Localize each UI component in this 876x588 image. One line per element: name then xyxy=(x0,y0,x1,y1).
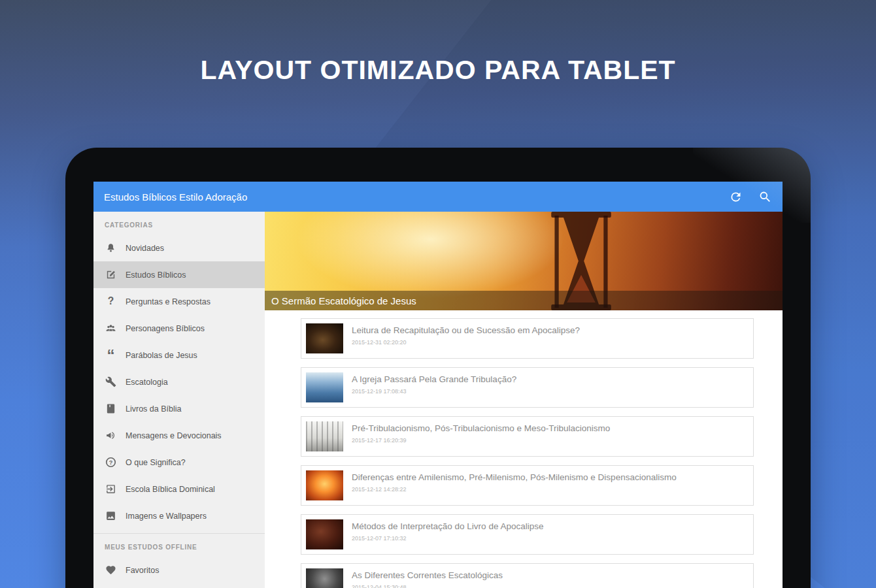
article-title: As Diferentes Correntes Escatológicas xyxy=(352,570,503,580)
quote-icon: “ xyxy=(105,350,116,361)
article-title: Diferenças entre Amilenismo, Pré-Milenis… xyxy=(352,472,677,482)
sidebar-item-parabolas-de-jesus[interactable]: “ Parábolas de Jesus xyxy=(93,342,265,368)
sidebar-item-label: Livros da Bíblia xyxy=(126,404,181,414)
question-icon: ? xyxy=(105,296,116,307)
article-text: Leitura de Recapitulação ou de Sucessão … xyxy=(352,323,580,346)
svg-text:?: ? xyxy=(109,459,113,466)
article-thumbnail xyxy=(306,323,343,353)
compose-icon xyxy=(105,269,116,280)
refresh-icon[interactable] xyxy=(729,190,743,204)
book-icon xyxy=(105,403,116,414)
app-body: CATEGORIAS Novidades Estudos Bíblicos ? … xyxy=(93,212,783,588)
sidebar-item-mensagens-e-devocionais[interactable]: Mensagens e Devocionais xyxy=(93,422,265,449)
featured-banner[interactable]: O Sermão Escatológico de Jesus xyxy=(265,212,783,310)
app-bar: Estudos Bíblicos Estilo Adoração xyxy=(93,182,783,212)
sidebar-item-label: Perguntas e Respostas xyxy=(126,297,211,306)
article-title: Pré-Tribulacionismo, Pós-Tribulacionismo… xyxy=(352,423,610,433)
article-date: 2015-12-07 17:10:32 xyxy=(352,535,543,542)
app-screen: Estudos Bíblicos Estilo Adoração CATEGOR… xyxy=(93,182,783,588)
app-bar-title: Estudos Bíblicos Estilo Adoração xyxy=(104,191,247,203)
megaphone-icon xyxy=(105,430,116,441)
article-thumbnail xyxy=(306,470,343,500)
wrench-icon xyxy=(105,376,116,387)
sidebar-item-label: Personagens Bíblicos xyxy=(126,324,205,333)
sidebar-item-label: Parábolas de Jesus xyxy=(126,351,197,360)
article-text: Métodos de Interpretação do Livro de Apo… xyxy=(352,519,543,542)
search-icon[interactable] xyxy=(758,190,772,204)
article-list-item[interactable]: As Diferentes Correntes Escatológicas 20… xyxy=(301,563,754,588)
article-date: 2015-12-12 14:28:22 xyxy=(352,486,677,493)
sidebar-item-label: Escatologia xyxy=(126,378,168,387)
article-thumbnail xyxy=(306,519,343,549)
article-thumbnail xyxy=(306,568,343,588)
sidebar-item-livros-da-biblia[interactable]: Livros da Bíblia xyxy=(93,395,265,422)
tablet-frame: Estudos Bíblicos Estilo Adoração CATEGOR… xyxy=(65,148,811,588)
bell-icon xyxy=(105,242,116,253)
article-text: As Diferentes Correntes Escatológicas 20… xyxy=(352,568,503,588)
svg-text:“: “ xyxy=(107,350,114,361)
banner-title: O Sermão Escatológico de Jesus xyxy=(265,291,783,310)
article-thumbnail xyxy=(306,421,343,451)
sidebar-item-estudos-biblicos[interactable]: Estudos Bíblicos xyxy=(93,261,265,288)
sidebar-item-label: Favoritos xyxy=(126,566,159,575)
sidebar-section-offline: MEUS ESTUDOS OFFLINE xyxy=(93,534,265,557)
people-icon xyxy=(105,323,116,334)
article-date: 2015-12-17 16:20:39 xyxy=(352,437,610,444)
sidebar-item-label: O que Significa? xyxy=(126,458,186,467)
door-icon xyxy=(105,483,116,495)
help-icon: ? xyxy=(105,457,116,468)
article-thumbnail xyxy=(306,372,343,402)
sidebar-item-perguntas-e-respostas[interactable]: ? Perguntas e Respostas xyxy=(93,288,265,315)
promo-background: LAYOUT OTIMIZADO PARA TABLET Estudos Bíb… xyxy=(0,0,876,588)
sidebar-section-categories: CATEGORIAS xyxy=(93,212,265,235)
article-title: A Igreja Passará Pela Grande Tribulação? xyxy=(352,374,516,384)
article-list-item[interactable]: Métodos de Interpretação do Livro de Apo… xyxy=(301,514,754,555)
article-title: Leitura de Recapitulação ou de Sucessão … xyxy=(352,325,580,335)
article-date: 2015-12-19 17:08:43 xyxy=(352,388,516,395)
article-date: 2015-12-31 02:20:20 xyxy=(352,339,580,346)
sidebar-item-novidades[interactable]: Novidades xyxy=(93,235,265,261)
content-area: O Sermão Escatológico de Jesus Leitura d… xyxy=(265,212,783,588)
svg-text:?: ? xyxy=(108,296,114,306)
sidebar-item-o-que-significa[interactable]: ? O que Significa? xyxy=(93,449,265,476)
image-icon xyxy=(105,510,116,521)
article-list-item[interactable]: A Igreja Passará Pela Grande Tribulação?… xyxy=(301,367,754,408)
article-list-item[interactable]: Pré-Tribulacionismo, Pós-Tribulacionismo… xyxy=(301,416,754,457)
sidebar-item-label: Novidades xyxy=(126,244,164,253)
article-text: Diferenças entre Amilenismo, Pré-Milenis… xyxy=(352,470,677,493)
article-list: Leitura de Recapitulação ou de Sucessão … xyxy=(265,310,783,588)
sidebar-item-imagens-e-wallpapers[interactable]: Imagens e Wallpapers xyxy=(93,502,265,529)
promo-headline: LAYOUT OTIMIZADO PARA TABLET xyxy=(0,55,876,86)
article-text: Pré-Tribulacionismo, Pós-Tribulacionismo… xyxy=(352,421,610,444)
sidebar-item-escatologia[interactable]: Escatologia xyxy=(93,368,265,395)
article-title: Métodos de Interpretação do Livro de Apo… xyxy=(352,521,543,531)
sidebar-item-label: Escola Bíblica Dominical xyxy=(126,485,215,494)
sidebar-item-label: Imagens e Wallpapers xyxy=(126,512,207,521)
article-date: 2015-12-04 15:30:48 xyxy=(352,584,503,588)
sidebar-item-label: Estudos Bíblicos xyxy=(126,270,186,280)
sidebar-item-label: Mensagens e Devocionais xyxy=(126,431,222,440)
sidebar-item-personagens-biblicos[interactable]: Personagens Bíblicos xyxy=(93,315,265,342)
article-text: A Igreja Passará Pela Grande Tribulação?… xyxy=(352,372,516,395)
sidebar: CATEGORIAS Novidades Estudos Bíblicos ? … xyxy=(93,212,265,588)
sidebar-item-escola-biblica-dominical[interactable]: Escola Bíblica Dominical xyxy=(93,476,265,502)
article-list-item[interactable]: Leitura de Recapitulação ou de Sucessão … xyxy=(301,318,754,359)
article-list-item[interactable]: Diferenças entre Amilenismo, Pré-Milenis… xyxy=(301,465,754,506)
heart-icon xyxy=(105,564,116,576)
sidebar-item-favoritos[interactable]: Favoritos xyxy=(93,557,265,583)
